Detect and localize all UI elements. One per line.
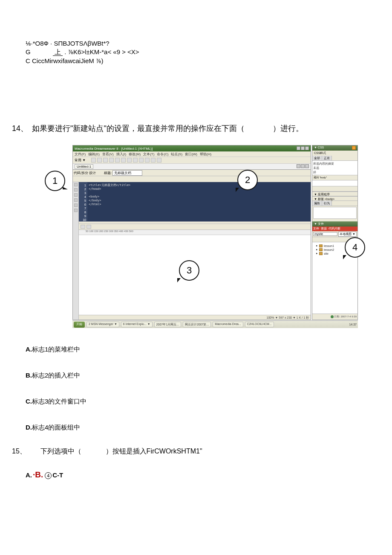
q15-opt-b: ·B. bbox=[33, 470, 43, 479]
menu-site[interactable]: 站点(S) bbox=[171, 152, 182, 156]
tag-tab-behavior[interactable]: 行为 bbox=[322, 201, 332, 206]
files-panel-header[interactable]: ▼ 文件 bbox=[312, 221, 357, 227]
files-tab-snippets[interactable]: 代码片断 bbox=[329, 227, 340, 231]
insert-icon[interactable] bbox=[97, 158, 102, 163]
menu-text[interactable]: 文本(T) bbox=[143, 152, 154, 156]
taskbar-item[interactable]: Macromedia Drea... bbox=[213, 322, 243, 327]
q15-options: A. ·B. 4 C-T bbox=[26, 470, 63, 479]
menu-window[interactable]: 窗口(W) bbox=[185, 152, 197, 156]
design-tool-icon[interactable] bbox=[81, 225, 85, 229]
files-toolbar-icon[interactable] bbox=[317, 238, 320, 241]
css-action-icon[interactable] bbox=[345, 187, 348, 190]
insert-icon[interactable] bbox=[139, 158, 144, 163]
files-toolbar-icon[interactable] bbox=[320, 238, 324, 241]
gutter-icon[interactable] bbox=[74, 203, 78, 207]
site-dropdown[interactable]: mysite bbox=[313, 232, 337, 236]
q14-text-after: ）进行。 bbox=[273, 124, 303, 133]
windows-taskbar[interactable]: 开始 2 MSN Messenger ▼ 6 Internet Explo...… bbox=[72, 320, 358, 328]
start-button[interactable]: 开始 bbox=[74, 322, 85, 328]
menu-file[interactable]: 文件(F) bbox=[75, 152, 86, 156]
insert-icon[interactable] bbox=[127, 158, 132, 163]
insert-icon[interactable] bbox=[157, 158, 161, 163]
files-toolbar-icon[interactable] bbox=[324, 238, 328, 241]
callout-3: 3 bbox=[179, 260, 199, 281]
files-tab-assets[interactable]: 资源 bbox=[321, 227, 327, 231]
app-panel-header[interactable]: ▼ 应用程序 bbox=[312, 192, 357, 196]
insert-icon[interactable] bbox=[109, 158, 114, 163]
code-text[interactable]: <title>无标题文档</title> </head> <body> </bo… bbox=[87, 182, 311, 221]
q14-number: 14、 bbox=[12, 124, 28, 133]
css-action-icon[interactable] bbox=[353, 187, 357, 190]
files-toolbar-icon[interactable] bbox=[328, 238, 331, 241]
design-toolbar[interactable] bbox=[79, 224, 311, 230]
callout-3-label: 3 bbox=[187, 265, 192, 276]
q14-text-before: 如果要进行"新建站点"的设置，最直接并常用的操作应在下面（ bbox=[32, 124, 245, 133]
option-label: C. bbox=[26, 398, 32, 405]
css-tab-all[interactable]: 全部 bbox=[312, 156, 322, 160]
window-controls[interactable] bbox=[296, 146, 309, 151]
files-toolbar[interactable]: mysite 本地视图 ▼ bbox=[312, 231, 357, 237]
panel-icon[interactable] bbox=[352, 146, 356, 150]
insert-icon[interactable] bbox=[103, 158, 108, 163]
tag-panel-header[interactable]: ▼ 标签 <body> bbox=[312, 196, 357, 201]
files-tab-files[interactable]: 文件 bbox=[313, 227, 319, 231]
taskbar-item[interactable]: 6 Internet Explo... ▼ bbox=[121, 322, 153, 327]
option-text: 标志2的插入栏中 bbox=[32, 372, 80, 379]
gutter-icon[interactable] bbox=[74, 198, 78, 202]
menu-help[interactable]: 帮助(H) bbox=[200, 152, 211, 156]
garbled-text-block: ⅛·*O8Ф · SПBJOTSΛβWBt*? G 上 . ⅞K6>l±KM-*… bbox=[26, 39, 139, 65]
document-toolbar-2[interactable] bbox=[73, 176, 311, 182]
code-view[interactable]: 1 2 3 4 5 6 7 8 9 10 11 <title>无标题文档</ti… bbox=[79, 182, 311, 221]
insert-icon[interactable] bbox=[115, 158, 120, 163]
dreamweaver-main-window: Macromedia Dreamweaver 8 - [Untitled-1 (… bbox=[72, 145, 311, 320]
gutter-icon[interactable] bbox=[74, 183, 78, 186]
callout-1-label: 1 bbox=[52, 175, 58, 186]
taskbar-item[interactable]: 2 MSN Messenger ▼ bbox=[86, 322, 119, 327]
view-code-button[interactable]: 代码 bbox=[74, 171, 81, 175]
gutter-icon[interactable] bbox=[74, 193, 78, 197]
q14-option-a: A.标志1的菜堆栏中 bbox=[26, 345, 86, 354]
gutter-icon[interactable] bbox=[74, 209, 78, 212]
view-dropdown[interactable]: 本地视图 ▼ bbox=[338, 232, 357, 237]
q15-text-before: 下列选项中（ bbox=[40, 447, 81, 455]
menubar[interactable]: 文件(F) 编辑(E) 查看(V) 插入(I) 修改(M) 文本(T) 命令(C… bbox=[73, 151, 311, 157]
taskbar-item[interactable]: C2HLOC6LHCM... bbox=[245, 322, 274, 327]
insertbar-category[interactable]: 常用 ▼ bbox=[75, 158, 86, 163]
insert-icon[interactable] bbox=[133, 158, 138, 163]
css-tabs[interactable]: 全部 正在 bbox=[312, 156, 357, 161]
tag-tab-attr[interactable]: 属性 bbox=[312, 201, 322, 206]
css-panel-header[interactable]: ▼ CSS bbox=[312, 145, 357, 151]
ruler-horizontal: 50 100 150 200 250 300 350 400 450 500 bbox=[79, 230, 311, 235]
garbled-line-2: G 上 . ⅞K6>l±KM-*a< «9 > <X> bbox=[26, 48, 139, 56]
insert-icon[interactable] bbox=[151, 158, 156, 163]
insert-bar[interactable]: 常用 ▼ bbox=[73, 157, 311, 164]
menu-commands[interactable]: 命令(C) bbox=[157, 152, 168, 156]
insert-icon[interactable] bbox=[145, 158, 150, 163]
option-text: 标志4的面板组中 bbox=[32, 424, 80, 431]
files-toolbar-icon[interactable] bbox=[332, 238, 335, 241]
menu-view[interactable]: 查看(V) bbox=[102, 152, 114, 156]
taskbar-item[interactable]: 2007年1月网页... bbox=[154, 322, 181, 327]
dreamweaver-screenshot: 1 2 3 4 Macromedia Dreamweaver 8 - [Unti… bbox=[49, 145, 356, 328]
insert-icon[interactable] bbox=[91, 158, 96, 163]
menu-insert[interactable]: 插入(I) bbox=[116, 152, 127, 156]
garbled-line2-suffix: . ⅞K6>l±KM-*a< «9 > <X> bbox=[64, 48, 139, 55]
taskbar-item[interactable]: 网页设计2007第... bbox=[183, 322, 211, 327]
files-toolbar-icon[interactable] bbox=[313, 238, 316, 241]
css-action-icon[interactable] bbox=[349, 187, 352, 190]
doc-window-controls[interactable] bbox=[296, 164, 309, 169]
title-input[interactable]: 无标题文档 bbox=[112, 170, 142, 176]
document-toolbar[interactable]: 代码 拆分 设计 标题: 无标题文档 bbox=[73, 170, 311, 176]
insert-icon[interactable] bbox=[121, 158, 126, 163]
css-tab-current[interactable]: 正在 bbox=[322, 156, 332, 160]
menu-modify[interactable]: 修改(M) bbox=[129, 152, 141, 156]
view-design-button[interactable]: 设计 bbox=[89, 171, 96, 175]
files-tabs[interactable]: 文件 资源 代码片断 bbox=[312, 227, 357, 231]
menu-edit[interactable]: 编辑(E) bbox=[88, 152, 100, 156]
document-tab[interactable]: Untitled-1 bbox=[75, 164, 93, 169]
gutter-icon[interactable] bbox=[74, 188, 78, 192]
q14-options: A.标志1的菜堆栏中 B.标志2的插入栏中 C.标志3的文件窗口中 D.标志4的… bbox=[26, 345, 86, 449]
tag-tabs[interactable]: 属性 行为 bbox=[312, 201, 357, 206]
design-tool-icon[interactable] bbox=[86, 225, 91, 229]
view-split-button[interactable]: 拆分 bbox=[81, 171, 88, 175]
